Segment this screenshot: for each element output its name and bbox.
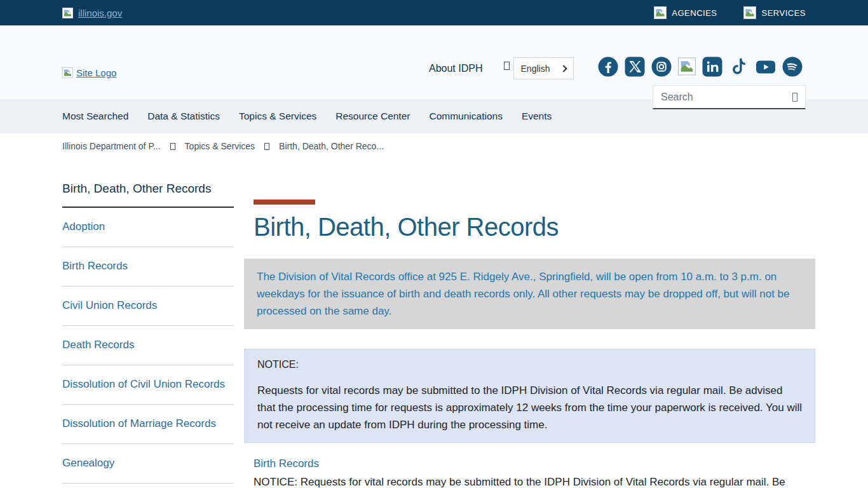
sidebar-item-birth-death-other-records[interactable]: Birth, Death, Other Records [62,182,234,208]
content: Birth, Death, Other Records Adoption Bir… [0,159,868,488]
nav-item-communications[interactable]: Communications [429,111,502,122]
illinois-gov-label: illinois.gov [78,8,122,18]
x-twitter-icon[interactable] [625,57,645,77]
sidebar-item-dissolution-marriage[interactable]: Dissolution of Marriage Records [62,405,234,444]
page-title: Birth, Death, Other Records [254,213,815,241]
broken-image-icon [654,6,667,19]
search-box [653,85,806,109]
broken-image-icon [62,67,73,78]
breadcrumb-home[interactable]: Illinois Department of P... [62,141,161,151]
agencies-label: AGENCIES [672,8,717,18]
sidebar-item-dissolution-civil-union[interactable]: Dissolution of Civil Union Records [62,365,234,405]
title-accent-bar [254,200,315,205]
sidebar-item-marriage-records[interactable]: Marriage Records [62,484,234,488]
sidebar-item-civil-union-records[interactable]: Civil Union Records [62,287,234,326]
nav-item-most-searched[interactable]: Most Searched [62,111,128,122]
site-header: Site Logo About IDPH English [0,25,868,99]
search-input[interactable] [661,92,792,103]
nav-item-data-statistics[interactable]: Data & Statistics [147,111,220,122]
language-label: English [521,64,550,74]
breadcrumb-separator-icon [170,143,175,150]
chevron-right-icon [560,65,567,72]
facebook-icon[interactable] [598,57,618,77]
tiktok-icon[interactable] [729,57,749,77]
broken-image-icon [62,8,73,18]
main-content: Birth, Death, Other Records The Division… [244,200,815,488]
broken-image-icon [743,6,756,19]
about-idph-link[interactable]: About IDPH [429,63,482,74]
sidebar-item-adoption[interactable]: Adoption [62,208,234,247]
site-logo-link[interactable]: Site Logo [62,67,116,78]
sidebar-nav: Birth, Death, Other Records Adoption Bir… [62,182,234,488]
social-icons [598,56,803,77]
office-hours-alert: The Division of Vital Records office at … [244,259,815,329]
search-icon[interactable] [792,93,797,102]
birth-records-text: NOTICE: Requests for vital records may b… [254,473,815,488]
site-logo-label: Site Logo [76,67,116,78]
agencies-link[interactable]: AGENCIES [654,6,717,19]
sidebar-item-genealogy[interactable]: Genealogy [62,444,234,484]
sidebar-item-birth-records[interactable]: Birth Records [62,247,234,287]
nav-item-resource-center[interactable]: Resource Center [336,111,410,122]
birth-records-link[interactable]: Birth Records [254,458,319,470]
spotify-icon[interactable] [782,57,803,77]
breadcrumb-topics-services[interactable]: Topics & Services [185,141,255,151]
breadcrumb-separator-icon [264,143,269,150]
breadcrumb: Illinois Department of P... Topics & Ser… [0,133,868,159]
instagram-icon[interactable] [651,57,672,77]
illinois-gov-link[interactable]: illinois.gov [62,8,122,18]
sidebar-item-death-records[interactable]: Death Records [62,326,234,365]
youtube-icon[interactable] [756,57,776,77]
notice-body: Requests for vital records may be submit… [257,382,802,433]
language-selector[interactable]: English [513,57,574,79]
services-link[interactable]: SERVICES [743,6,806,19]
notice-label: NOTICE: [257,357,802,372]
government-topbar: illinois.gov AGENCIES SERVICES [0,0,868,25]
broken-image-icon[interactable] [678,56,696,77]
linkedin-icon[interactable] [702,57,722,77]
notice-box: NOTICE: Requests for vital records may b… [244,349,815,443]
services-label: SERVICES [761,8,806,18]
nav-item-topics-services[interactable]: Topics & Services [239,111,316,122]
globe-icon [504,62,510,70]
breadcrumb-current[interactable]: Birth, Death, Other Reco... [279,141,384,151]
nav-item-events[interactable]: Events [522,111,552,122]
